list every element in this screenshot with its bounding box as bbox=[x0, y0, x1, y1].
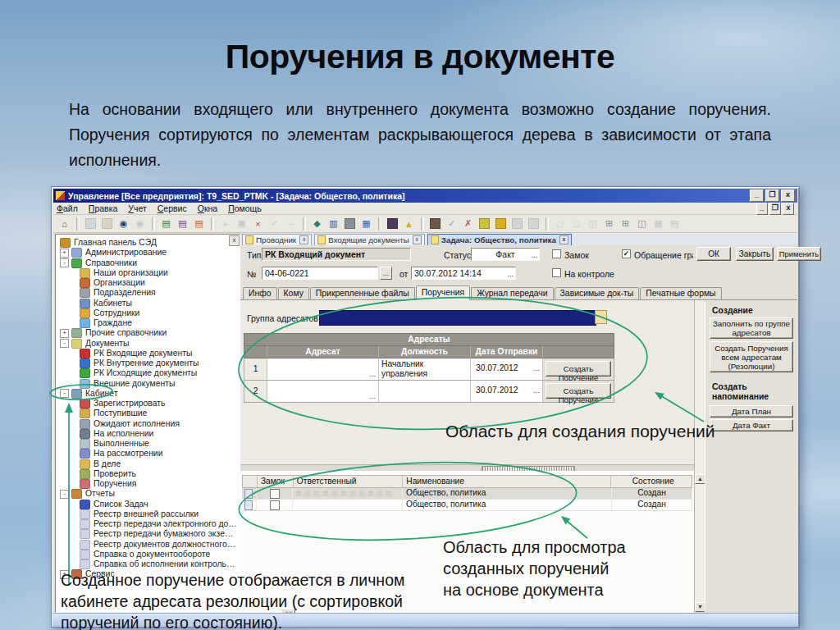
tree-item[interactable]: Реестр передачи электронного документа bbox=[58, 519, 237, 529]
tree-item[interactable]: Проверить bbox=[58, 469, 237, 479]
document-tab[interactable]: Проводник x bbox=[242, 234, 312, 245]
toolbar-icon[interactable]: ✓ bbox=[444, 216, 459, 231]
group-field[interactable] bbox=[319, 310, 596, 326]
toolbar-icon[interactable]: ⌂ bbox=[57, 216, 72, 231]
status-ellipsis-icon[interactable]: ... bbox=[531, 249, 537, 261]
col-state[interactable]: Состояние bbox=[611, 476, 692, 487]
close-button[interactable]: x bbox=[781, 189, 795, 202]
tree-item[interactable]: В деле bbox=[58, 459, 237, 469]
col-responsible[interactable]: Ответственный bbox=[294, 476, 404, 487]
toolbar-icon[interactable]: ✓ bbox=[267, 216, 282, 231]
toolbar-icon[interactable]: ✗ bbox=[460, 216, 476, 231]
toolbar-icon[interactable]: − bbox=[283, 216, 299, 231]
menu-item[interactable]: Учет bbox=[128, 203, 146, 213]
toolbar-icon[interactable]: ⊞ bbox=[618, 216, 633, 231]
date-plan-button[interactable]: Дата План bbox=[710, 405, 793, 418]
tree-item[interactable]: Организации bbox=[58, 278, 237, 288]
toolbar-icon[interactable] bbox=[528, 218, 539, 229]
status-field[interactable]: Факт... bbox=[471, 248, 540, 261]
tree-item[interactable]: Граждане bbox=[58, 318, 237, 328]
toolbar-icon[interactable] bbox=[85, 218, 96, 229]
tree-item[interactable]: - Кабинет bbox=[58, 389, 237, 399]
toolbar-icon[interactable] bbox=[102, 218, 112, 229]
toolbar-icon[interactable]: ◉ bbox=[132, 216, 148, 231]
toolbar-icon[interactable] bbox=[211, 217, 214, 231]
minimize-button[interactable]: _ bbox=[750, 189, 764, 202]
mdi-minimize-button[interactable]: _ bbox=[756, 203, 768, 215]
cell-ellipsis-icon[interactable]: ... bbox=[369, 370, 376, 378]
tree-item[interactable]: Кабинеты bbox=[58, 299, 237, 308]
ok-button[interactable]: ОК bbox=[696, 247, 731, 261]
date-fact-button[interactable]: Дата Факт bbox=[710, 419, 793, 431]
tree-item[interactable]: Сотрудники bbox=[58, 308, 237, 318]
table-row[interactable]: Общество, политика Создан bbox=[242, 500, 692, 511]
toolbar-icon[interactable]: □ bbox=[568, 216, 584, 231]
cell-ellipsis-icon[interactable]: ... bbox=[533, 358, 540, 378]
tree-expander[interactable]: - bbox=[60, 339, 69, 348]
section-tab[interactable]: Прикрепленные файлы bbox=[310, 287, 415, 299]
toolbar-icon[interactable] bbox=[387, 218, 398, 229]
tree-item[interactable]: Внешние документы bbox=[58, 379, 237, 389]
menu-item[interactable]: Правка bbox=[89, 203, 117, 213]
tree-item[interactable]: РК Исходящие документы bbox=[58, 368, 237, 378]
tree-item[interactable]: На исполнении bbox=[58, 429, 237, 439]
col-name[interactable]: Наименование bbox=[403, 476, 611, 487]
tree-item[interactable]: Выполненные bbox=[58, 439, 237, 449]
toolbar-icon[interactable]: ▦ bbox=[651, 216, 666, 231]
toolbar-icon[interactable]: ◆ bbox=[309, 216, 325, 231]
tree-item[interactable]: + Администрирование bbox=[58, 248, 237, 258]
tree-item[interactable]: Реестр внешней рассылки bbox=[58, 509, 237, 519]
mdi-close-button[interactable]: x bbox=[783, 203, 794, 215]
restore-button[interactable]: ❐ bbox=[765, 189, 779, 202]
section-tab[interactable]: Поручения bbox=[416, 285, 470, 300]
table-row[interactable]: Общество, политика Создан bbox=[242, 488, 692, 500]
row-lock-checkbox[interactable] bbox=[270, 489, 280, 499]
addressee-cell[interactable]: ... bbox=[267, 381, 379, 402]
toolbar-icon[interactable] bbox=[421, 217, 424, 231]
date-field[interactable]: 30.07.2012 14:14... bbox=[411, 267, 516, 280]
section-tab[interactable]: Журнал передачи bbox=[471, 287, 553, 299]
create-all-button[interactable]: Создать Поручения всем адресатам (Резолю… bbox=[710, 341, 793, 372]
date-ellipsis-icon[interactable]: ... bbox=[507, 268, 514, 280]
tree-item[interactable]: Справка об исполнении контрольных поруче… bbox=[58, 559, 237, 569]
tree-item[interactable]: Ожидают исполнения bbox=[58, 419, 237, 429]
document-tab[interactable]: Задача: Общество, политика x bbox=[427, 234, 572, 245]
toolbar-icon[interactable]: ▤ bbox=[667, 216, 682, 231]
tree-item[interactable]: + Прочие справочники bbox=[58, 328, 237, 338]
toolbar-icon[interactable]: + bbox=[217, 216, 233, 231]
toolbar-icon[interactable] bbox=[378, 217, 381, 231]
toolbar-icon[interactable] bbox=[345, 218, 355, 229]
create-assignment-button[interactable]: Создать Поручение bbox=[546, 383, 611, 399]
number-ellipsis-button[interactable]: ... bbox=[380, 267, 392, 280]
col-lock[interactable]: Замок bbox=[258, 476, 294, 487]
toolbar-icon[interactable]: ▦ bbox=[358, 216, 374, 231]
toolbar-icon[interactable] bbox=[430, 218, 441, 229]
tree-item[interactable]: Наши организации bbox=[58, 268, 237, 278]
tree-expander[interactable]: - bbox=[60, 389, 69, 398]
toolbar-icon[interactable] bbox=[512, 218, 523, 229]
tree-item[interactable]: РК Внутренние документы bbox=[58, 358, 237, 368]
tab-close-icon[interactable]: x bbox=[299, 235, 308, 244]
create-assignment-button[interactable]: Создать Поручение bbox=[546, 361, 611, 377]
menu-item[interactable]: Окна bbox=[198, 203, 217, 213]
toolbar-icon[interactable] bbox=[479, 218, 490, 229]
number-field[interactable]: 04-06-0221 bbox=[262, 267, 378, 280]
apply-button[interactable]: Применить bbox=[777, 247, 821, 261]
toolbar-icon[interactable]: ▲ bbox=[401, 216, 417, 231]
tree-item[interactable]: Реестр документов должностного лица бум.… bbox=[58, 540, 237, 550]
section-tab[interactable]: Зависимые док-ты bbox=[555, 287, 640, 299]
toolbar-icon[interactable]: □ bbox=[552, 216, 568, 231]
toolbar-icon[interactable] bbox=[495, 218, 506, 229]
group-picker-button[interactable] bbox=[595, 310, 607, 324]
tree-item[interactable]: - Документы bbox=[58, 339, 237, 349]
tree-item[interactable]: - Справочники bbox=[58, 258, 237, 268]
tree-item[interactable]: Реестр передачи бумажного экземпляра bbox=[58, 529, 237, 539]
toolbar-icon[interactable]: ◫ bbox=[634, 216, 650, 231]
fill-by-group-button[interactable]: Заполнить по группе адресатов bbox=[710, 317, 793, 339]
section-tab[interactable]: Инфо bbox=[243, 287, 277, 299]
citizens-checkbox[interactable]: ✓ bbox=[622, 249, 631, 258]
tree-expander[interactable]: + bbox=[60, 329, 69, 338]
tree-item[interactable]: На рассмотрении bbox=[58, 449, 237, 459]
tab-close-icon[interactable]: x bbox=[413, 235, 422, 244]
tree-expander[interactable]: - bbox=[60, 258, 69, 267]
